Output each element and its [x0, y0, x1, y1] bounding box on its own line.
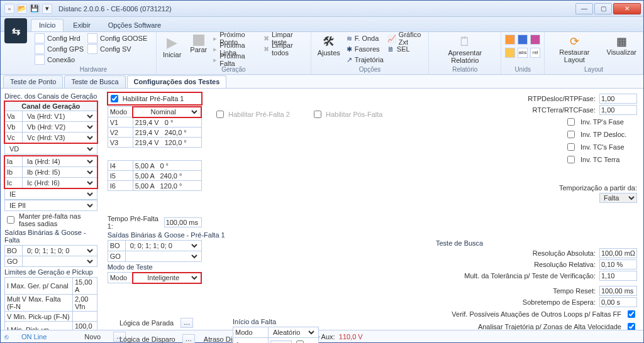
tempo-pf1-label: Tempo Pré-Falta 1: — [108, 215, 162, 230]
unit-icon-2[interactable] — [518, 35, 528, 45]
sel[interactable]: 🗎 SEL — [387, 44, 425, 54]
sel-vc[interactable]: Vc (Hrd: V3) — [25, 133, 95, 142]
inp-rr[interactable] — [599, 259, 637, 270]
sel-vd[interactable]: VD — [7, 144, 95, 153]
qat-new-icon[interactable]: ▫ — [4, 4, 14, 14]
sel-ib[interactable]: Ib (Hrd: I5) — [25, 168, 95, 177]
inp-mt[interactable] — [599, 271, 637, 281]
sel-vb[interactable]: Vb (Hrd: V2) — [25, 122, 95, 131]
lim-title: Limites de Geração e Pickup — [4, 268, 97, 276]
config-sv[interactable]: Config SV — [87, 44, 147, 54]
status-online: ON Line — [21, 333, 47, 340]
minimize-button[interactable]: — — [575, 3, 593, 14]
chk-hab-pf2[interactable] — [216, 111, 224, 118]
sel-bo-pf1[interactable]: 0; 0; 1; 1; 0; 0 — [128, 241, 199, 250]
sel-go-falta[interactable] — [25, 257, 95, 266]
hab-pf2-label: Habilitar Pré-Falta 2 — [228, 111, 290, 118]
visualizar[interactable]: ▦Visualizar — [604, 33, 640, 57]
app-logo-icon[interactable]: ⇆ — [4, 18, 27, 43]
inp-se[interactable] — [599, 297, 637, 307]
rtp-label: RTPDesloc/RTPFase: — [528, 95, 596, 102]
ra-label: Resolução Absoluta: — [533, 249, 596, 257]
plug-icon — [35, 55, 45, 65]
qat-open-icon[interactable]: 📂 — [17, 4, 27, 14]
chk-v2[interactable] — [628, 323, 635, 330]
rel-icon[interactable]: rel — [530, 48, 540, 58]
prox-falta: ▸ Próxima Falta — [213, 55, 260, 65]
if-title: Início da Falta — [233, 318, 303, 325]
tab-config-testes[interactable]: Configurações dos Testes — [127, 75, 227, 88]
sel-modo-pf1[interactable]: Nominal — [135, 107, 199, 116]
maximize-button[interactable]: ▢ — [594, 3, 612, 14]
status-online-icon: ⎋ — [4, 333, 9, 340]
sel-modo-teste[interactable]: Inteligente — [135, 273, 199, 282]
grafico-zxt[interactable]: 📈 Gráfico Zxt — [387, 33, 425, 43]
unit-icon-4[interactable] — [505, 48, 515, 58]
config-hrd[interactable]: Config Hrd — [35, 33, 84, 43]
btn-lp[interactable]: … — [180, 318, 193, 328]
inp-rtp[interactable] — [599, 94, 637, 104]
mt-label: Mult. da Tolerância p/ Teste de Verifica… — [464, 272, 596, 280]
trajetoria[interactable]: ↗ Trajetória — [347, 55, 384, 65]
chk-inv-tc-terra[interactable] — [567, 156, 575, 163]
f-onda[interactable]: ≋ F. Onda — [347, 33, 384, 43]
v2-label: Analisar Trajetória p/ Zonas de Alta Vel… — [478, 323, 621, 330]
conexao[interactable]: Conexão — [35, 55, 84, 65]
group-hardware: Hardware — [35, 66, 152, 73]
unit-icon-1[interactable] — [505, 35, 515, 45]
close-button[interactable]: ✕ — [613, 3, 641, 14]
unit-icon-3[interactable] — [530, 35, 540, 45]
fasores[interactable]: ✱ Fasores — [347, 44, 384, 54]
config-goose[interactable]: Config GOOSE — [87, 33, 147, 43]
lbl-inv-tc-fase: Inv. TC's Fase — [580, 143, 637, 151]
inp-rtc[interactable] — [599, 105, 637, 115]
row-vb: VbVb (Hrd: V2) — [5, 122, 97, 133]
iniciar-button: ▶Iniciar — [160, 33, 184, 60]
modo-label: Modo — [108, 107, 133, 117]
chk-inv-tp-desloc[interactable] — [567, 131, 575, 138]
qat-dropdown-icon[interactable]: ▾ — [42, 4, 52, 14]
menu-opcoes[interactable]: Opções Software — [100, 19, 169, 31]
chk-hab-pf1[interactable] — [111, 95, 118, 102]
temp-label: Temporização a partir da: — [559, 184, 637, 192]
sel-temp[interactable]: Falta — [599, 193, 637, 203]
sv-icon — [87, 44, 97, 54]
sel-ic[interactable]: Ic (Hrd: I6) — [25, 178, 95, 187]
row-ia: IaIa (Hrd: I4) — [5, 156, 97, 167]
sel-bo-falta[interactable]: 0; 0; 1; 1; 0; 0 — [25, 246, 95, 255]
restaurar-layout[interactable]: ⟳Restaurar Layout — [548, 33, 600, 65]
row-vc: VcVc (Hrd: V3) — [5, 133, 97, 143]
menu-exibir[interactable]: Exibir — [65, 19, 99, 31]
inp-tr[interactable] — [599, 286, 637, 296]
ajustes-button[interactable]: 🛠Ajustes — [315, 33, 343, 58]
abs-icon[interactable]: abs — [518, 48, 528, 58]
sb-pf1-label: Saídas Binárias & Goose - Pré-Falta 1 — [108, 231, 297, 239]
chk-manter[interactable] — [7, 216, 14, 224]
chk-inv-tp-fase[interactable] — [567, 118, 575, 126]
lp-label: Lógica de Parada — [119, 319, 174, 327]
group-unids: Unids — [505, 66, 540, 73]
hab-pf1-label: Habilitar Pré-Falta 1 — [123, 95, 184, 102]
chk-inv-tc-fase[interactable] — [567, 143, 575, 151]
sb-falta-label: Saídas Binárias & Goose - Falta — [4, 229, 97, 244]
config-gps[interactable]: Config GPS — [35, 44, 84, 54]
menu-inicio[interactable]: Início — [31, 19, 64, 31]
sel-ie[interactable]: IE — [7, 190, 95, 199]
canal-header: Canal de Geração — [5, 102, 97, 111]
sel-ia[interactable]: Ia (Hrd: I4) — [25, 157, 95, 166]
rtc-label: RTCTerra/RTCFase: — [533, 106, 596, 114]
sel-iepll[interactable]: IE Pll — [7, 201, 95, 210]
gear-icon — [35, 33, 45, 43]
qat-save-icon[interactable]: 💾 — [30, 4, 40, 14]
tab-teste-ponto[interactable]: Teste de Ponto — [3, 75, 63, 88]
chk-v1[interactable] — [628, 310, 635, 318]
tab-teste-busca[interactable]: Teste de Busca — [64, 75, 125, 88]
sel-va[interactable]: Va (Hrd: V1) — [25, 112, 95, 121]
group-relatorio: Relatório — [433, 66, 497, 73]
sel-if-modo[interactable]: Aleatório — [270, 328, 303, 330]
mt-title: Modo de Teste — [108, 263, 297, 271]
sel-go-pf1[interactable] — [128, 252, 199, 261]
tr-label: Tempo Reset: — [553, 287, 596, 295]
inp-tempo-pf1[interactable] — [164, 217, 202, 227]
inp-ra[interactable] — [599, 248, 637, 258]
